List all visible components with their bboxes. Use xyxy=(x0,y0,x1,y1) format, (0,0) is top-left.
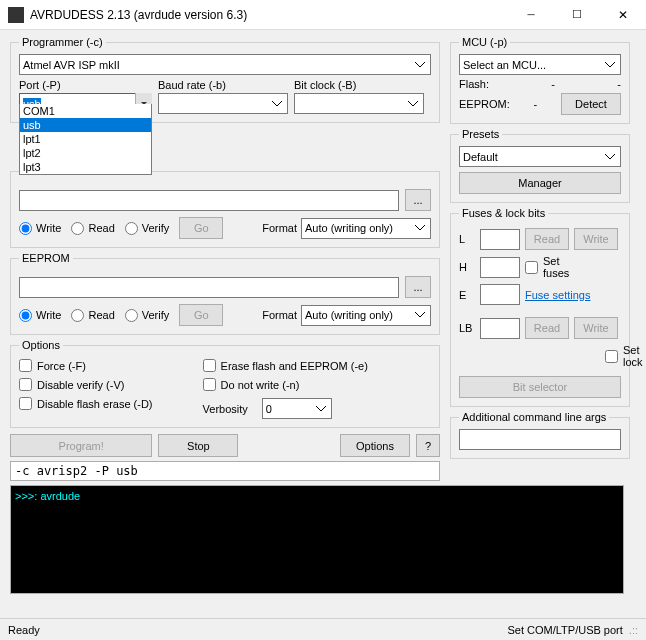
mcu-legend: MCU (-p) xyxy=(459,36,510,48)
eeprom-verify-radio[interactable]: Verify xyxy=(125,309,170,322)
set-fuses-checkbox[interactable]: Set fuses xyxy=(525,255,541,279)
presets-select[interactable]: Default xyxy=(459,146,621,167)
port-option[interactable]: lpt2 xyxy=(20,146,151,160)
fuse-L-label: L xyxy=(459,233,475,245)
fuse-settings-link[interactable]: Fuse settings xyxy=(525,289,590,301)
fuse-H-input[interactable] xyxy=(480,257,520,278)
additional-args-input[interactable] xyxy=(459,429,621,450)
help-button[interactable]: ? xyxy=(416,434,440,457)
baud-select[interactable] xyxy=(158,93,288,114)
flash-label: Flash: xyxy=(459,78,489,90)
options-legend: Options xyxy=(19,339,63,351)
programmer-select[interactable]: Atmel AVR ISP mkII xyxy=(19,54,431,75)
lock-read-button[interactable]: Read xyxy=(525,317,569,339)
fuses-legend: Fuses & lock bits xyxy=(459,207,548,219)
eeprom-browse-button[interactable]: ... xyxy=(405,276,431,298)
port-option[interactable]: lpt1 xyxy=(20,132,151,146)
flash-browse-button[interactable]: ... xyxy=(405,189,431,211)
do-not-write-checkbox[interactable]: Do not write (-n) xyxy=(203,378,368,391)
close-button[interactable] xyxy=(600,0,646,30)
eeprom-format-select[interactable]: Auto (writing only) xyxy=(301,305,431,326)
flash-verify-radio[interactable]: Verify xyxy=(125,222,170,235)
flash-format-label: Format xyxy=(262,222,297,234)
fuse-write-button[interactable]: Write xyxy=(574,228,618,250)
disable-verify-checkbox[interactable]: Disable verify (-V) xyxy=(19,378,153,391)
force-checkbox[interactable]: Force (-F) xyxy=(19,359,153,372)
fuse-L-input[interactable] xyxy=(480,229,520,250)
additional-legend: Additional command line args xyxy=(459,411,609,423)
resize-grip-icon[interactable]: .:: xyxy=(629,624,638,636)
lock-write-button[interactable]: Write xyxy=(574,317,618,339)
program-button[interactable]: Program! xyxy=(10,434,152,457)
eeprom-go-button[interactable]: Go xyxy=(179,304,223,326)
status-left: Ready xyxy=(8,624,508,636)
eeprom-read-radio[interactable]: Read xyxy=(71,309,114,322)
bitclock-label: Bit clock (-B) xyxy=(294,79,424,91)
fuse-LB-input[interactable] xyxy=(480,318,520,339)
maximize-button[interactable] xyxy=(554,0,600,30)
mcu-select[interactable]: Select an MCU... xyxy=(459,54,621,75)
eeprom-label: EEPROM: xyxy=(459,98,510,110)
eeprom-path-input[interactable] xyxy=(19,277,399,298)
verbosity-select[interactable]: 0 xyxy=(262,398,332,419)
commandline-display: -c avrisp2 -P usb xyxy=(10,461,440,481)
manager-button[interactable]: Manager xyxy=(459,172,621,194)
window-title: AVRDUDESS 2.13 (avrdude version 6.3) xyxy=(30,8,508,22)
fuse-E-input[interactable] xyxy=(480,284,520,305)
detect-button[interactable]: Detect xyxy=(561,93,621,115)
stop-button[interactable]: Stop xyxy=(158,434,238,457)
verbosity-label: Verbosity xyxy=(203,403,248,415)
eeprom-format-label: Format xyxy=(262,309,297,321)
minimize-button[interactable] xyxy=(508,0,554,30)
flash-path-input[interactable] xyxy=(19,190,399,211)
flash-go-button[interactable]: Go xyxy=(179,217,223,239)
programmer-legend: Programmer (-c) xyxy=(19,36,106,48)
baud-label: Baud rate (-b) xyxy=(158,79,288,91)
app-icon xyxy=(8,7,24,23)
erase-checkbox[interactable]: Erase flash and EEPROM (-e) xyxy=(203,359,368,372)
bitclock-select[interactable] xyxy=(294,93,424,114)
set-lock-checkbox[interactable]: Set lock xyxy=(605,344,621,368)
status-right: Set COM/LTP/USB port xyxy=(508,624,623,636)
port-option[interactable]: usb xyxy=(20,118,151,132)
disable-flash-erase-checkbox[interactable]: Disable flash erase (-D) xyxy=(19,397,153,410)
presets-legend: Presets xyxy=(459,128,502,140)
flash-extra: - xyxy=(617,78,621,90)
flash-value: - xyxy=(551,78,555,90)
fuse-H-label: H xyxy=(459,261,475,273)
eeprom-legend: EEPROM xyxy=(19,252,73,264)
port-label: Port (-P) xyxy=(19,79,152,91)
eeprom-write-radio[interactable]: Write xyxy=(19,309,61,322)
port-option[interactable]: lpt3 xyxy=(20,160,151,174)
fuse-E-label: E xyxy=(459,289,475,301)
flash-format-select[interactable]: Auto (writing only) xyxy=(301,218,431,239)
eeprom-value: - xyxy=(534,98,538,110)
flash-write-radio[interactable]: Write xyxy=(19,222,61,235)
options-button[interactable]: Options xyxy=(340,434,410,457)
fuse-LB-label: LB xyxy=(459,322,475,334)
port-dropdown[interactable]: COM1 usb lpt1 lpt2 lpt3 xyxy=(19,104,152,175)
port-option[interactable]: COM1 xyxy=(20,104,151,118)
bit-selector-button[interactable]: Bit selector xyxy=(459,376,621,398)
fuse-read-button[interactable]: Read xyxy=(525,228,569,250)
flash-read-radio[interactable]: Read xyxy=(71,222,114,235)
